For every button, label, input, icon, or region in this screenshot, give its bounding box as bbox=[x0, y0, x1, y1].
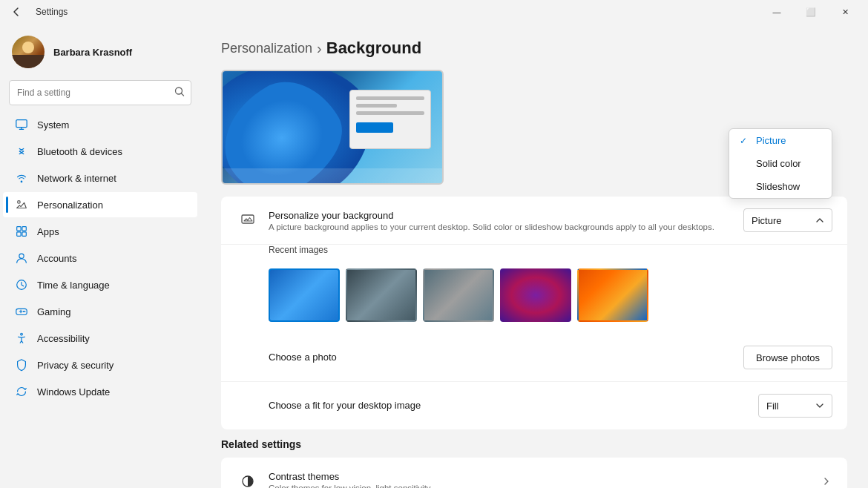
sidebar-item-network[interactable]: Network & internet bbox=[3, 165, 197, 191]
thumbnail-2[interactable] bbox=[346, 268, 417, 322]
sidebar-item-time-label: Time & language bbox=[37, 280, 110, 291]
username: Barbara Krasnoff bbox=[53, 47, 132, 58]
accounts-icon bbox=[15, 251, 28, 265]
related-settings-card: Contrast themes Color themes for low vis… bbox=[221, 458, 847, 488]
maximize-button[interactable]: ⬜ bbox=[794, 0, 828, 24]
personalize-background-desc: A picture background applies to your cur… bbox=[269, 222, 743, 231]
dropdown-option-slideshow-label: Slideshow bbox=[756, 181, 800, 192]
sidebar-item-accessibility[interactable]: Accessibility bbox=[3, 326, 197, 351]
title-bar: Settings — ⬜ ✕ bbox=[0, 0, 868, 24]
breadcrumb-parent[interactable]: Personalization bbox=[221, 41, 312, 56]
sidebar: Barbara Krasnoff System bbox=[0, 24, 200, 488]
preview-wallpaper bbox=[221, 70, 371, 185]
dialog-line-2 bbox=[356, 104, 397, 108]
background-settings-card: Personalize your background A picture ba… bbox=[221, 197, 847, 429]
sidebar-item-accounts[interactable]: Accounts bbox=[3, 245, 197, 271]
sidebar-item-bluetooth[interactable]: Bluetooth & devices bbox=[3, 139, 197, 164]
bluetooth-icon bbox=[15, 145, 28, 158]
related-settings-title: Related settings bbox=[221, 438, 847, 450]
thumbnail-3[interactable] bbox=[423, 268, 494, 322]
sidebar-item-system[interactable]: System bbox=[3, 112, 197, 137]
svg-rect-3 bbox=[17, 227, 21, 231]
sidebar-item-bluetooth-label: Bluetooth & devices bbox=[37, 146, 122, 157]
choose-fit-label: Choose a fit for your desktop image bbox=[269, 400, 758, 411]
sidebar-item-personalization[interactable]: Personalization bbox=[3, 192, 197, 217]
sidebar-item-privacy[interactable]: Privacy & security bbox=[3, 352, 197, 377]
browse-photos-control: Browse photos bbox=[743, 346, 832, 369]
dropdown-option-slideshow[interactable]: Slideshow bbox=[729, 175, 832, 198]
dropdown-option-solid-color[interactable]: Solid color bbox=[729, 152, 832, 175]
dialog-line-3 bbox=[356, 111, 424, 115]
app-body: Barbara Krasnoff System bbox=[0, 24, 868, 488]
accessibility-icon bbox=[15, 332, 28, 345]
personalize-background-title: Personalize your background bbox=[269, 210, 743, 221]
background-row-icon bbox=[236, 208, 260, 232]
sidebar-item-accessibility-label: Accessibility bbox=[37, 333, 90, 344]
sidebar-item-gaming-label: Gaming bbox=[37, 306, 71, 317]
user-profile[interactable]: Barbara Krasnoff bbox=[0, 30, 200, 80]
sidebar-item-update-label: Windows Update bbox=[37, 386, 110, 398]
thumbnail-1[interactable] bbox=[269, 268, 340, 322]
contrast-themes-text: Contrast themes Color themes for low vis… bbox=[269, 471, 821, 489]
svg-point-7 bbox=[19, 254, 24, 258]
sidebar-item-gaming[interactable]: Gaming bbox=[3, 299, 197, 324]
personalize-background-row: Personalize your background A picture ba… bbox=[221, 197, 847, 245]
fit-dropdown[interactable]: Fill bbox=[758, 394, 832, 418]
fit-value: Fill bbox=[766, 400, 779, 412]
dialog-line-1 bbox=[356, 96, 424, 100]
minimize-button[interactable]: — bbox=[760, 0, 794, 24]
dropdown-selected-label: Picture bbox=[752, 215, 781, 226]
svg-point-11 bbox=[24, 311, 26, 312]
avatar bbox=[12, 36, 45, 68]
dropdown-option-picture[interactable]: ✓ Picture bbox=[729, 129, 832, 152]
sidebar-item-system-label: System bbox=[37, 119, 69, 131]
preview-taskbar bbox=[223, 168, 442, 183]
sidebar-item-privacy-label: Privacy & security bbox=[37, 360, 114, 371]
svg-rect-1 bbox=[16, 120, 27, 128]
background-type-dropdown-menu: ✓ Picture Solid color Slideshow bbox=[729, 128, 832, 199]
recent-images-row bbox=[221, 260, 847, 334]
contrast-themes-title: Contrast themes bbox=[269, 471, 821, 482]
contrast-themes-icon bbox=[236, 469, 260, 488]
sidebar-item-personalization-label: Personalization bbox=[37, 200, 103, 211]
sidebar-item-accounts-label: Accounts bbox=[37, 253, 76, 264]
choose-photo-label: Choose a photo bbox=[269, 352, 743, 363]
privacy-icon bbox=[15, 358, 28, 372]
background-type-control: Picture ✓ Picture bbox=[743, 208, 832, 232]
choose-fit-text: Choose a fit for your desktop image bbox=[236, 400, 758, 412]
choose-photo-row: Choose a photo Browse photos bbox=[221, 334, 847, 382]
background-type-dropdown-container: Picture ✓ Picture bbox=[743, 208, 832, 232]
sidebar-item-update[interactable]: Windows Update bbox=[3, 379, 197, 404]
svg-point-10 bbox=[23, 311, 24, 312]
personalize-background-text: Personalize your background A picture ba… bbox=[269, 210, 743, 231]
background-type-dropdown[interactable]: Picture bbox=[743, 208, 832, 232]
chevron-up-icon bbox=[815, 216, 824, 225]
dialog-button-mock bbox=[356, 122, 393, 133]
gaming-icon bbox=[15, 305, 28, 318]
breadcrumb: Personalization › Background bbox=[221, 39, 847, 58]
desktop-preview bbox=[221, 70, 444, 185]
browse-photos-button[interactable]: Browse photos bbox=[743, 346, 832, 369]
svg-rect-6 bbox=[22, 232, 26, 236]
window-title: Settings bbox=[36, 7, 68, 17]
check-icon: ✓ bbox=[740, 136, 750, 146]
close-button[interactable]: ✕ bbox=[828, 0, 862, 24]
back-button[interactable] bbox=[6, 1, 27, 22]
search-box bbox=[9, 80, 191, 105]
search-input[interactable] bbox=[9, 80, 191, 105]
svg-point-12 bbox=[21, 333, 23, 335]
sidebar-item-apps[interactable]: Apps bbox=[3, 219, 197, 244]
sidebar-item-time[interactable]: Time & language bbox=[3, 272, 197, 297]
choose-photo-text: Choose a photo bbox=[236, 352, 743, 364]
contrast-themes-row[interactable]: Contrast themes Color themes for low vis… bbox=[221, 458, 847, 488]
svg-point-2 bbox=[18, 201, 21, 204]
window-controls: — ⬜ ✕ bbox=[760, 0, 862, 24]
svg-rect-13 bbox=[242, 215, 254, 223]
dropdown-option-picture-label: Picture bbox=[756, 135, 786, 146]
apps-icon bbox=[15, 225, 28, 238]
sidebar-item-network-label: Network & internet bbox=[37, 173, 116, 184]
thumbnail-4[interactable] bbox=[500, 268, 571, 322]
thumbnail-5[interactable] bbox=[577, 268, 648, 322]
related-settings-section: Related settings Contrast themes Color t… bbox=[221, 438, 847, 488]
svg-rect-5 bbox=[17, 232, 21, 236]
